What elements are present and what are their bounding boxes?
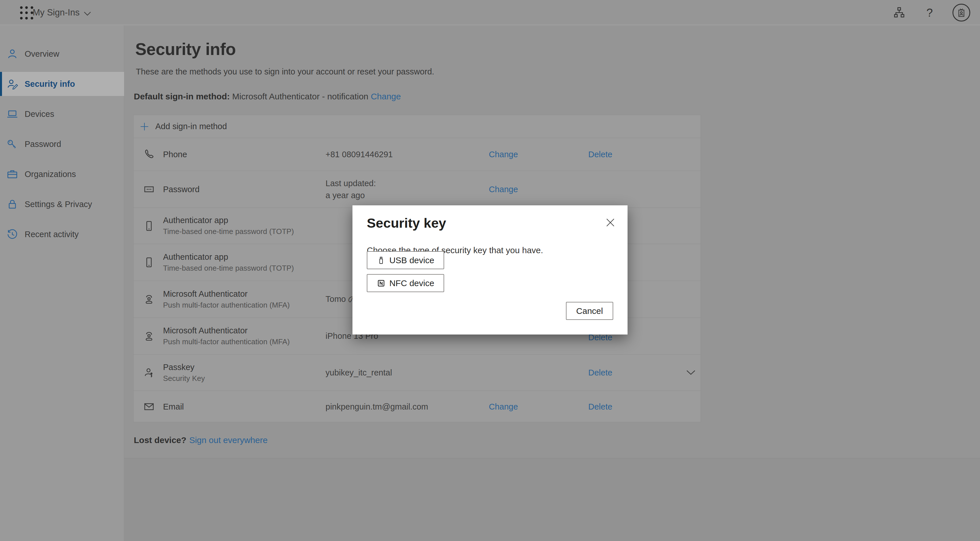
add-signin-method-row[interactable]: Add sign-in method — [134, 115, 701, 138]
smartphone-icon — [142, 208, 156, 244]
dialog-title: Security key — [367, 215, 446, 231]
table-row-password: Password Last updated: a year ago Change — [134, 171, 701, 208]
table-row-email: Email pinkpenguin.tm@gmail.com Change De… — [134, 391, 701, 422]
default-signin-line: Default sign-in method: Microsoft Authen… — [134, 92, 401, 102]
person-icon — [6, 47, 19, 60]
method-name: Authenticator app — [163, 252, 318, 262]
sidebar-item-security-info[interactable]: Security info — [0, 72, 124, 96]
delete-link[interactable]: Delete — [588, 150, 612, 159]
usb-device-label: USB device — [390, 255, 434, 265]
authenticator-lock-icon — [142, 281, 156, 317]
method-value: +81 08091446291 — [326, 150, 480, 159]
app-launcher-icon[interactable] — [20, 6, 33, 19]
sidebar-item-label: Devices — [25, 109, 54, 119]
method-value-line1: Last updated: — [326, 179, 480, 188]
default-signin-value: Microsoft Authenticator - notification — [230, 92, 371, 101]
method-name: Email — [163, 402, 318, 412]
sidebar-nav: Overview Security info Devices Password … — [0, 25, 124, 541]
content-footer-area — [124, 458, 980, 541]
sidebar-item-label: Password — [25, 140, 61, 149]
page-subtitle: These are the methods you use to sign in… — [136, 67, 434, 76]
nfc-device-label: NFC device — [390, 278, 434, 288]
page-title: Security info — [135, 40, 236, 59]
usb-device-button[interactable]: USB device — [367, 251, 444, 269]
cancel-label: Cancel — [576, 306, 603, 316]
add-signin-method-label: Add sign-in method — [155, 122, 227, 131]
method-subtitle: Time-based one-time password (TOTP) — [163, 227, 318, 236]
method-subtitle: Time-based one-time password (TOTP) — [163, 264, 318, 273]
key-icon — [6, 138, 19, 151]
lock-icon — [6, 198, 19, 211]
method-name: Microsoft Authenticator — [163, 289, 318, 299]
password-dots-icon — [142, 171, 156, 208]
authenticator-lock-icon — [142, 318, 156, 354]
email-icon — [142, 391, 156, 422]
chevron-down-icon[interactable] — [685, 355, 697, 391]
top-app-bar: My Sign-Ins ? — [0, 0, 980, 25]
sidebar-item-label: Security info — [25, 79, 75, 89]
security-key-dialog: Security key Choose the type of security… — [352, 205, 628, 335]
sidebar-item-label: Overview — [25, 49, 59, 59]
sidebar-item-label: Recent activity — [25, 230, 79, 239]
method-value: yubikey_itc_rental — [326, 368, 480, 378]
app-title[interactable]: My Sign-Ins — [33, 8, 80, 18]
plus-icon — [140, 122, 149, 131]
sidebar-item-password[interactable]: Password — [0, 132, 124, 156]
usb-stick-icon — [377, 256, 385, 265]
chevron-down-icon[interactable] — [84, 11, 91, 16]
delete-link[interactable]: Delete — [588, 368, 612, 378]
nfc-device-button[interactable]: NFC device — [367, 274, 444, 292]
method-value: pinkpenguin.tm@gmail.com — [326, 402, 480, 412]
sidebar-item-label: Settings & Privacy — [25, 200, 92, 209]
sidebar-item-organizations[interactable]: Organizations — [0, 162, 124, 186]
sidebar-item-overview[interactable]: Overview — [0, 42, 124, 66]
method-name: Passkey — [163, 363, 318, 372]
sidebar-item-label: Organizations — [25, 170, 76, 179]
sidebar-item-recent-activity[interactable]: Recent activity — [0, 222, 124, 246]
method-subtitle: Push multi-factor authentication (MFA) — [163, 337, 318, 346]
laptop-icon — [6, 107, 19, 121]
lost-device-label: Lost device? — [134, 435, 186, 445]
method-value-line2: a year ago — [326, 191, 480, 200]
nfc-icon — [377, 279, 385, 287]
cancel-button[interactable]: Cancel — [566, 302, 613, 320]
table-row-passkey: Passkey Security Key yubikey_itc_rental … — [134, 354, 701, 391]
sidebar-item-settings-privacy[interactable]: Settings & Privacy — [0, 192, 124, 216]
change-link[interactable]: Change — [489, 185, 518, 194]
method-name: Phone — [163, 150, 318, 159]
method-name: Microsoft Authenticator — [163, 326, 318, 335]
smartphone-icon — [142, 244, 156, 281]
person-edit-icon — [6, 77, 19, 90]
org-chart-icon[interactable] — [892, 5, 907, 20]
method-name: Authenticator app — [163, 216, 318, 225]
close-icon[interactable] — [604, 216, 617, 229]
default-signin-label: Default sign-in method: — [134, 92, 230, 101]
change-link[interactable]: Change — [489, 150, 518, 159]
method-subtitle: Security Key — [163, 374, 318, 383]
help-icon[interactable]: ? — [922, 5, 937, 20]
method-subtitle: Push multi-factor authentication (MFA) — [163, 301, 318, 309]
sidebar-item-devices[interactable]: Devices — [0, 102, 124, 126]
sign-out-everywhere-link[interactable]: Sign out everywhere — [189, 435, 268, 445]
briefcase-icon — [6, 168, 19, 181]
passkey-person-key-icon — [142, 355, 156, 391]
delete-link[interactable]: Delete — [588, 402, 612, 412]
table-row-phone: Phone +81 08091446291 Change Delete — [134, 138, 701, 171]
method-name: Password — [163, 185, 318, 194]
history-clock-icon — [6, 228, 19, 241]
phone-icon — [142, 138, 156, 171]
lost-device-line: Lost device?Sign out everywhere — [134, 435, 268, 445]
account-badge-icon[interactable] — [953, 4, 970, 21]
change-link[interactable]: Change — [489, 402, 518, 412]
default-signin-change-link[interactable]: Change — [371, 92, 401, 101]
